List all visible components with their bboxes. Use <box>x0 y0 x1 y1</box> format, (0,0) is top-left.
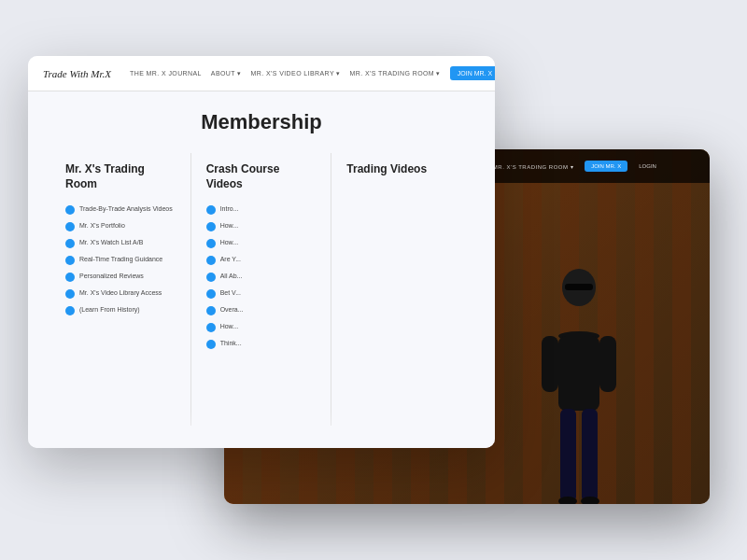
list-item: Mr. X's Watch List A/B <box>65 238 176 248</box>
list-item: How... <box>206 238 317 248</box>
list-item: Mr. X's Video Library Access <box>65 288 176 299</box>
col-2-title: Crash Course Videos <box>206 162 317 191</box>
svg-rect-6 <box>560 409 576 502</box>
item-text: Trade-By-Trade Analysis Videos <box>79 204 173 214</box>
bullet-icon <box>206 306 216 315</box>
membership-nav-library[interactable]: MR. X'S VIDEO LIBRARY ▾ <box>251 70 341 77</box>
list-item: (Learn From History) <box>65 305 176 315</box>
item-text: Overa... <box>220 305 244 315</box>
bullet-icon <box>65 205 75 215</box>
bullet-icon <box>206 289 216 299</box>
list-item: Think... <box>206 339 317 349</box>
item-text: Personalized Reviews <box>79 272 144 281</box>
bullet-icon <box>65 306 75 315</box>
item-text: Real-Time Trading Guidance <box>79 255 162 264</box>
bullet-icon <box>206 323 216 332</box>
list-item: Trade-By-Trade Analysis Videos <box>65 204 176 215</box>
svg-rect-3 <box>558 336 599 411</box>
bullet-icon <box>65 273 75 282</box>
hero-login-link[interactable]: LOGIN <box>639 163 656 169</box>
column-trading-videos: Trading Videos <box>331 153 472 426</box>
svg-rect-5 <box>599 336 616 392</box>
bullet-icon <box>65 289 75 299</box>
col-3-title: Trading Videos <box>346 162 458 177</box>
bullet-icon <box>206 239 216 248</box>
item-text: Mr. X's Video Library Access <box>79 288 162 298</box>
membership-card: Trade With Mr.X THE MR. X JOURNAL ABOUT … <box>28 56 495 448</box>
hero-nav-trading-room[interactable]: MR. X'S TRADING ROOM ▾ <box>493 163 573 170</box>
list-item: Are Y... <box>206 255 317 265</box>
bullet-icon <box>65 222 75 231</box>
item-text: Think... <box>220 339 242 348</box>
item-text: How... <box>220 238 238 247</box>
hero-join-button[interactable]: JOIN MR. X <box>585 161 627 172</box>
item-text: How... <box>220 322 238 331</box>
list-item: Intro... <box>206 204 317 215</box>
hero-person <box>523 243 635 504</box>
membership-join-button[interactable]: JOIN MR. X <box>450 66 495 80</box>
list-item: Overa... <box>206 305 317 315</box>
column-trading-room: Mr. X's Trading Room Trade-By-Trade Anal… <box>50 153 191 426</box>
bullet-icon <box>65 256 75 265</box>
column-crash-course: Crash Course Videos Intro... How... How.… <box>191 153 332 426</box>
membership-navbar: Trade With Mr.X THE MR. X JOURNAL ABOUT … <box>28 56 495 91</box>
item-text: Mr. X's Portfolio <box>79 221 125 231</box>
list-item: Real-Time Trading Guidance <box>65 255 176 265</box>
list-item: Bet V... <box>206 288 317 299</box>
bullet-icon <box>206 256 216 265</box>
page-title: Membership <box>50 110 472 134</box>
svg-rect-7 <box>582 409 598 502</box>
list-item: Personalized Reviews <box>65 272 176 282</box>
item-text: How... <box>220 221 238 231</box>
membership-nav-journal[interactable]: THE MR. X JOURNAL <box>130 70 202 77</box>
bullet-icon <box>206 340 216 349</box>
item-text: (Learn From History) <box>79 305 140 315</box>
list-item: All Ab... <box>206 272 317 282</box>
membership-body: Membership Mr. X's Trading Room Trade-By… <box>28 91 495 448</box>
svg-rect-4 <box>542 336 558 392</box>
item-text: Mr. X's Watch List A/B <box>79 238 143 247</box>
list-item: How... <box>206 221 317 231</box>
item-text: All Ab... <box>220 272 243 281</box>
item-text: Bet V... <box>220 288 241 298</box>
list-item: Mr. X's Portfolio <box>65 221 176 231</box>
membership-logo: Trade With Mr.X <box>43 68 111 79</box>
bullet-icon <box>206 273 216 282</box>
item-text: Are Y... <box>220 255 241 264</box>
membership-columns: Mr. X's Trading Room Trade-By-Trade Anal… <box>50 153 472 426</box>
col-1-title: Mr. X's Trading Room <box>65 162 176 191</box>
membership-nav-trading-room[interactable]: MR. X'S TRADING ROOM ▾ <box>350 70 441 77</box>
membership-nav-about[interactable]: ABOUT ▾ <box>211 70 242 77</box>
bullet-icon <box>206 222 216 231</box>
item-text: Intro... <box>220 204 239 214</box>
bullet-icon <box>65 239 75 248</box>
bullet-icon <box>206 205 216 215</box>
list-item: How... <box>206 322 317 332</box>
svg-rect-1 <box>565 284 593 290</box>
